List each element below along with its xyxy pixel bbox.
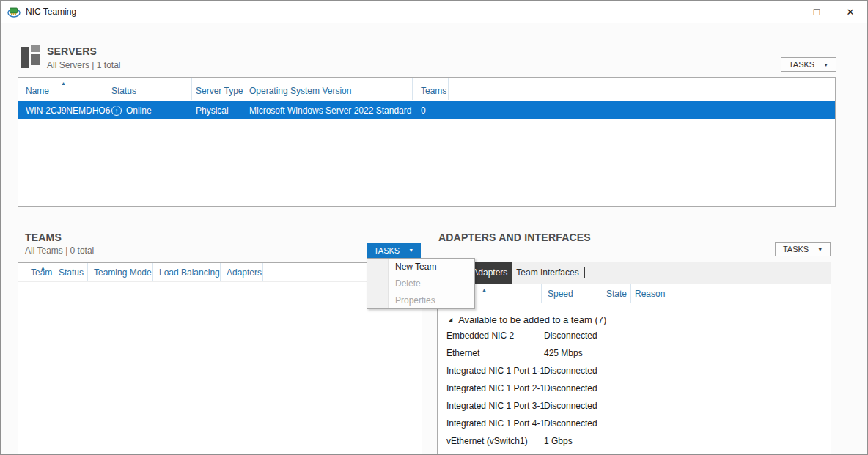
title-bar: NIC Teaming — □ ✕ [1,1,867,23]
server-online-up-arrow-icon: ↑ [111,106,122,116]
menu-item-new-team[interactable]: New Team [367,259,474,275]
maximize-button[interactable]: □ [800,1,834,23]
teams-col-teaming-mode[interactable]: Teaming Mode [88,263,153,281]
adapter-row[interactable]: Integrated NIC 1 Port 4-1 Disconnected [438,415,831,432]
server-type: Physical [196,101,229,119]
adapters-col-speed[interactable]: Speed [542,284,597,303]
adapter-name: Integrated NIC 1 Port 3-1 [446,397,545,415]
adapters-group-header[interactable]: ◢ Available to be added to a team (7) [438,311,831,328]
adapter-name: Integrated NIC 1 Port 2-1 [446,380,545,397]
adapter-name: vEthernet (vSwitch1) [446,432,528,450]
adapters-section-title: ADAPTERS AND INTERFACES [438,232,591,243]
adapter-row[interactable]: Integrated NIC 1 Port 2-1 Disconnected [438,380,831,397]
teams-col-team[interactable]: Team [18,263,54,281]
caret-down-icon: ▼ [408,248,413,253]
adapter-speed: 425 Mbps [544,344,583,362]
caret-down-icon: ▼ [823,62,828,67]
adapters-table-header: ▲ Speed State Reason [438,284,831,303]
server-status: ↑ Online [111,101,152,119]
menu-item-properties: Properties [367,292,474,309]
tab-team-interfaces[interactable]: Team Interfaces [512,262,583,284]
servers-icon [21,45,42,68]
teams-col-adapters[interactable]: Adapters [221,263,263,281]
nic-teaming-window: NIC Teaming — □ ✕ SERVERS All Servers | … [0,0,868,455]
adapter-name: Embedded NIC 2 [446,327,514,344]
menu-item-delete: Delete [367,275,474,292]
adapter-name: Integrated NIC 1 Port 4-1 [446,415,545,432]
adapters-tab-strip: Network Adapters Team Interfaces [437,262,831,284]
adapter-speed: Disconnected [544,362,597,380]
teams-tasks-button[interactable]: TASKS ▼ [367,243,421,258]
adapter-speed: Disconnected [544,380,597,397]
window-title: NIC Teaming [26,7,76,17]
adapter-row[interactable]: vEthernet (vSwitch1) 1 Gbps [438,432,831,450]
adapter-name: Ethernet [446,344,479,362]
adapter-row[interactable]: Integrated NIC 1 Port 3-1 Disconnected [438,397,831,415]
teams-tasks-label: TASKS [374,246,400,255]
teams-section-title: TEAMS [25,232,62,243]
adapter-speed: 1 Gbps [544,432,573,450]
tab-divider [584,267,585,278]
server-teams-count: 0 [421,101,426,119]
expanded-triangle-icon: ◢ [448,317,452,323]
servers-col-teams[interactable]: Teams [413,78,449,100]
server-row-selected[interactable]: WIN-2CJ9NEMDHO6 ↑ Online Physical Micros… [18,101,835,119]
adapter-name: Integrated NIC 1 Port 1-1 [446,362,545,380]
servers-tasks-button[interactable]: TASKS ▼ [781,57,836,72]
servers-table-header: ▲ Name Status Server Type Operating Syst… [18,78,835,100]
close-button[interactable]: ✕ [834,1,867,23]
teams-tasks-menu: New Team Delete Properties [367,258,475,309]
minimize-icon: — [779,7,787,17]
adapter-speed: Disconnected [544,415,597,432]
servers-section-title: SERVERS [47,45,97,57]
adapters-table: ▲ Speed State Reason ◢ Available to be a… [437,284,831,455]
server-name: WIN-2CJ9NEMDHO6 [26,101,110,119]
adapter-row[interactable]: Ethernet 425 Mbps [438,344,831,362]
adapters-col-state[interactable]: State [597,284,631,303]
servers-section-subtitle: All Servers | 1 total [47,60,121,70]
servers-table: ▲ Name Status Server Type Operating Syst… [18,77,836,207]
adapter-row[interactable]: Integrated NIC 1 Port 1-1 Disconnected [438,362,831,380]
teams-table-header: ▲ Team Status Teaming Mode Load Balancin… [18,263,422,282]
servers-col-name[interactable]: Name [18,78,108,100]
adapters-col-reason[interactable]: Reason [631,284,669,303]
teams-table: ▲ Team Status Teaming Mode Load Balancin… [18,262,422,454]
servers-tasks-label: TASKS [789,60,814,69]
window-controls: — □ ✕ [766,1,867,23]
group-header-label: Available to be added to a team (7) [458,314,606,325]
close-icon: ✕ [847,7,855,18]
servers-col-os-version[interactable]: Operating System Version [246,78,413,100]
teams-col-load-balancing[interactable]: Load Balancing [153,263,221,281]
adapters-tasks-button[interactable]: TASKS ▼ [775,242,831,256]
minimize-button[interactable]: — [766,1,800,23]
adapters-tasks-label: TASKS [783,245,809,254]
adapter-row[interactable]: Embedded NIC 2 Disconnected [438,327,831,344]
nic-teaming-app-icon [7,6,21,18]
caret-down-icon: ▼ [817,247,823,252]
teams-section-subtitle: All Teams | 0 total [25,245,94,256]
adapter-speed: Disconnected [544,327,597,344]
servers-col-server-type[interactable]: Server Type [192,78,246,100]
servers-col-status[interactable]: Status [108,78,192,100]
maximize-icon: □ [814,6,820,18]
adapter-speed: Disconnected [544,397,597,415]
server-os-version: Microsoft Windows Server 2022 Standard [249,101,411,119]
teams-col-status[interactable]: Status [54,263,88,281]
